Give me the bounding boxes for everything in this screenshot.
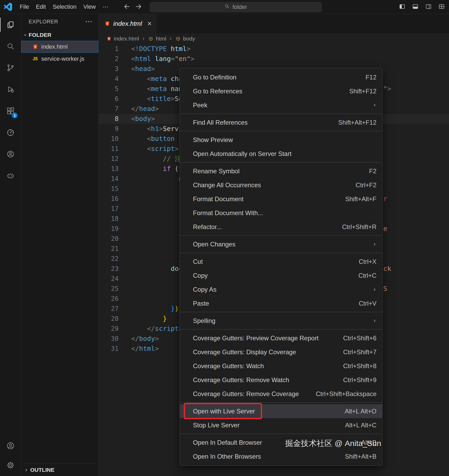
menu-separator: [180, 114, 382, 114]
activity-bar: 1: [0, 14, 21, 476]
line-number: 19: [99, 224, 119, 234]
breadcrumb-item-html[interactable]: html: [148, 36, 166, 42]
file-index.html[interactable]: 5index.html: [21, 41, 98, 53]
menu-item-coverage-gutters-watch[interactable]: Coverage Gutters: WatchCtrl+Shift+8: [180, 359, 382, 373]
extensions-icon[interactable]: 1: [0, 100, 21, 122]
menu-item-label: Cut: [193, 258, 203, 265]
line-number: 16: [99, 194, 119, 204]
menu-item-shortcut: Ctrl+Shift+6: [343, 335, 376, 342]
code-line-1[interactable]: 1<!DOCTYPE html>: [99, 44, 449, 54]
html-file-icon: 5: [32, 44, 38, 49]
code-fragment: e: [383, 224, 387, 234]
run-debug-icon[interactable]: [0, 79, 21, 100]
menu-item-shortcut: Ctrl+X: [359, 258, 376, 265]
code-line-2[interactable]: 2<html lang="en">: [99, 54, 449, 64]
file-service-worker.js[interactable]: JSservice-worker.js: [21, 53, 98, 65]
live-preview-icon[interactable]: [0, 143, 21, 165]
menu-item-format-document-with[interactable]: Format Document With...: [180, 206, 382, 220]
explorer-title: EXPLORER: [29, 19, 58, 25]
menu-view[interactable]: View: [80, 3, 99, 10]
menu-item-open-with-live-server[interactable]: Open with Live ServerAlt+L Alt+O: [180, 404, 382, 418]
menu-item-shortcut: F2: [369, 168, 376, 175]
line-number: 12: [99, 154, 119, 164]
menu-item-coverage-gutters-display-coverage[interactable]: Coverage Gutters: Display CoverageCtrl+S…: [180, 345, 382, 359]
menu-item-shortcut: Shift+F12: [349, 88, 376, 95]
menu-item-open-automatically-on-server-start[interactable]: Open Automatically on Server Start: [180, 147, 382, 161]
menu-item-go-to-references[interactable]: Go to ReferencesShift+F12: [180, 84, 382, 98]
menu-item-label: Copy: [193, 272, 208, 279]
menu-item-spelling[interactable]: Spelling: [180, 314, 382, 328]
back-icon[interactable]: [124, 3, 130, 11]
menu-item-open-changes[interactable]: Open Changes: [180, 237, 382, 251]
account-icon[interactable]: [0, 436, 21, 455]
menu-item-shortcut: F12: [366, 74, 376, 81]
breadcrumb: 5index.htmlhtmlbody: [99, 33, 449, 44]
folder-section-header[interactable]: FOLDER: [21, 29, 98, 41]
menu-item-copy-as[interactable]: Copy As: [180, 282, 382, 296]
menu-item-peek[interactable]: Peek: [180, 98, 382, 112]
vscode-logo-icon: [4, 3, 12, 11]
symbol-element-icon: [175, 37, 181, 41]
command-center-search[interactable]: folder: [150, 2, 322, 12]
toggle-panel-icon[interactable]: [412, 3, 419, 11]
menu-separator: [180, 402, 382, 403]
menu-item-copy[interactable]: CopyCtrl+C: [180, 269, 382, 282]
menu-item-label: Coverage Gutters: Display Coverage: [193, 348, 296, 356]
customize-layout-icon[interactable]: [438, 3, 445, 11]
menu-separator: [180, 434, 382, 434]
breadcrumb-item-index-html[interactable]: 5index.html: [106, 36, 139, 42]
menu-file[interactable]: File: [16, 3, 32, 10]
close-icon[interactable]: ×: [147, 21, 151, 26]
line-number: 7: [99, 104, 119, 114]
js-file-icon: JS: [32, 57, 38, 61]
menu-item-label: Format Document With...: [193, 209, 263, 217]
more-actions-icon[interactable]: ⋯: [85, 19, 93, 24]
menu-item-open-in-other-browsers[interactable]: Open In Other BrowsersShift+Alt+B: [180, 449, 382, 463]
menu-item-label: Open Changes: [193, 241, 235, 248]
explorer-sidebar: EXPLORER ⋯ FOLDER 5index.htmlJSservice-w…: [21, 14, 99, 476]
code-text: </head>: [131, 104, 159, 114]
toggle-secondary-sidebar-icon[interactable]: [425, 3, 432, 11]
explorer-icon[interactable]: [0, 14, 21, 36]
menu-more[interactable]: ⋯: [99, 3, 112, 10]
forward-icon[interactable]: [135, 3, 142, 11]
remote-explorer-icon[interactable]: [0, 122, 21, 143]
menu-separator: [180, 253, 382, 253]
line-number: 10: [99, 134, 119, 144]
menu-item-coverage-gutters-remove-watch[interactable]: Coverage Gutters: Remove WatchCtrl+Shift…: [180, 373, 382, 387]
menu-item-format-document[interactable]: Format DocumentShift+Alt+F: [180, 192, 382, 206]
line-number: 28: [99, 314, 119, 324]
line-number: 17: [99, 204, 119, 214]
line-number: 23: [99, 264, 119, 274]
menu-item-rename-symbol[interactable]: Rename SymbolF2: [180, 164, 382, 178]
menu-item-coverage-gutters-preview-coverage-report[interactable]: Coverage Gutters: Preview Coverage Repor…: [180, 331, 382, 345]
copilot-icon[interactable]: [0, 165, 21, 186]
menu-item-find-all-references[interactable]: Find All ReferencesShift+Alt+F12: [180, 115, 382, 129]
menu-item-label: Open Automatically on Server Start: [193, 150, 292, 158]
menu-item-paste[interactable]: PasteCtrl+V: [180, 296, 382, 310]
tab-index-html[interactable]: 5 index.html ×: [99, 14, 156, 33]
line-number: 31: [99, 344, 119, 354]
menu-item-shortcut: Alt+L Alt+O: [345, 408, 376, 415]
menu-item-label: Show Preview: [193, 136, 233, 144]
settings-gear-icon[interactable]: [0, 455, 21, 475]
source-control-icon[interactable]: [0, 57, 21, 79]
menu-item-cut[interactable]: CutCtrl+X: [180, 255, 382, 269]
outline-section-header[interactable]: OUTLINE: [21, 464, 98, 476]
breadcrumb-item-body[interactable]: body: [175, 36, 195, 42]
line-number: 24: [99, 274, 119, 284]
menu-item-show-preview[interactable]: Show Preview: [180, 133, 382, 147]
menu-item-change-all-occurrences[interactable]: Change All OccurrencesCtrl+F2: [180, 178, 382, 192]
menu-selection[interactable]: Selection: [49, 3, 80, 10]
menu-item-coverage-gutters-remove-coverage[interactable]: Coverage Gutters: Remove CoverageCtrl+Sh…: [180, 387, 382, 401]
menu-item-go-to-definition[interactable]: Go to DefinitionF12: [180, 70, 382, 84]
menu-item-shortcut: Ctrl+C: [358, 272, 376, 279]
menu-item-stop-live-server[interactable]: Stop Live ServerAlt+L Alt+C: [180, 418, 382, 432]
menu-edit[interactable]: Edit: [32, 3, 49, 10]
menu-item-refactor[interactable]: Refactor...Ctrl+Shift+R: [180, 220, 382, 234]
search-sidebar-icon[interactable]: [0, 36, 21, 57]
code-fragment: r: [383, 194, 387, 204]
toggle-sidebar-icon[interactable]: [399, 3, 405, 11]
menu-item-label: Coverage Gutters: Remove Watch: [193, 376, 289, 384]
html-file-icon: 5: [106, 37, 112, 41]
